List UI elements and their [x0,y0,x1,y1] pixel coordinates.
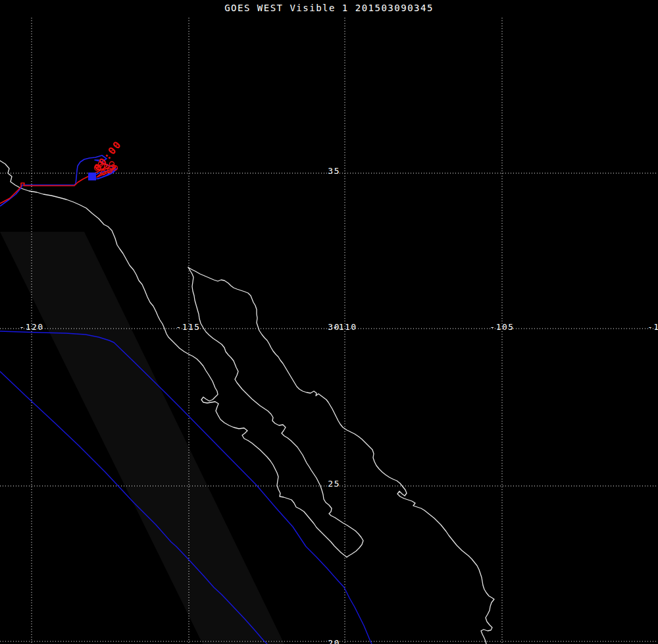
storm-position-marker-blue-square [88,173,96,180]
grid-coordinate-label: 35 [328,166,340,176]
grid-coordinate-label: -105 [490,322,514,332]
grid-coordinate-label: 25 [328,479,340,489]
grid-coordinate-label: -120 [19,322,43,332]
grid-coordinate-label: 20 [328,638,340,644]
grid-coordinate-label: -1 [647,322,658,332]
image-title: GOES WEST Visible 1 201503090345 [224,3,434,13]
goes-satellite-viewer: 00:00 35-120-11530-110-105-12520 GOES WE… [0,0,658,644]
satellite-map-canvas: 00:00 35-120-11530-110-105-12520 GOES WE… [0,0,658,644]
grid-coordinate-label: -110 [332,322,357,332]
grid-coordinate-label: -115 [176,322,200,332]
